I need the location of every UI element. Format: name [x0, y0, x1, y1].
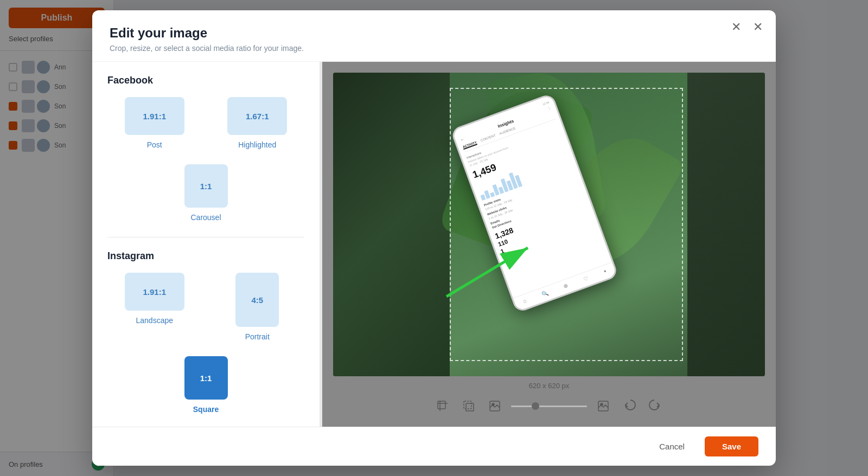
- modal-subtitle: Crop, resize, or select a social media r…: [110, 44, 758, 53]
- preview-left-dark: [333, 73, 454, 376]
- instagram-square-box[interactable]: 1:1: [184, 356, 228, 400]
- instagram-landscape-label: Landscape: [136, 316, 173, 325]
- preview-right-dark: [687, 73, 765, 376]
- facebook-carousel-label: Carousel: [190, 213, 221, 222]
- instagram-portrait-ratio: 4:5: [251, 295, 263, 305]
- facebook-post-label: Post: [147, 140, 162, 149]
- instagram-square-ratio: 1:1: [200, 374, 212, 383]
- facebook-post-item[interactable]: 1.91:1 Post: [107, 97, 202, 149]
- green-arrow-container: [441, 231, 550, 310]
- facebook-carousel-item[interactable]: 1:1 Carousel: [107, 164, 304, 222]
- instagram-landscape-box[interactable]: 1.91:1: [125, 273, 184, 311]
- zoom-slider[interactable]: [511, 406, 587, 407]
- modal-header: Edit your image Crop, resize, or select …: [92, 10, 776, 62]
- image-preview-panel: 12:44 ← Insights ⋮ ACTIVITY CONTENT: [322, 62, 776, 427]
- image-adjust-button[interactable]: [485, 396, 505, 416]
- facebook-post-ratio: 1.91:1: [143, 112, 166, 121]
- section-divider: [107, 237, 304, 237]
- options-panel: Facebook 1.91:1 Post 1.67:1 Hi: [92, 62, 320, 427]
- instagram-portrait-box[interactable]: 4:5: [235, 273, 279, 327]
- preview-canvas: 12:44 ← Insights ⋮ ACTIVITY CONTENT: [333, 73, 765, 376]
- instagram-square-item[interactable]: 1:1 Square: [107, 356, 304, 414]
- instagram-portrait-item[interactable]: 4:5 Portrait: [210, 273, 305, 341]
- modal-footer: Cancel Save: [92, 427, 776, 466]
- svg-rect-2: [438, 401, 445, 409]
- modal-title: Edit your image: [110, 25, 758, 41]
- svg-rect-3: [464, 401, 471, 409]
- crop-tool-button[interactable]: [433, 396, 452, 416]
- modal-body: Facebook 1.91:1 Post 1.67:1 Hi: [92, 62, 776, 427]
- image-toolbar: [433, 396, 665, 416]
- facebook-highlighted-ratio: 1.67:1: [246, 112, 269, 121]
- modal-overlay: Edit your image Crop, resize, or select …: [0, 0, 868, 476]
- save-button[interactable]: Save: [705, 436, 758, 456]
- facebook-carousel-ratio: 1:1: [200, 182, 212, 191]
- instagram-portrait-label: Portrait: [245, 332, 270, 341]
- instagram-landscape-ratio: 1.91:1: [143, 287, 166, 297]
- facebook-section-title: Facebook: [107, 75, 304, 86]
- facebook-highlighted-item[interactable]: 1.67:1 Highlighted: [210, 97, 305, 149]
- rotate-right-button[interactable]: [646, 396, 665, 416]
- instagram-square-label: Square: [193, 405, 219, 414]
- instagram-landscape-item[interactable]: 1.91:1 Landscape: [107, 273, 202, 341]
- svg-line-1: [446, 248, 528, 297]
- image-container: 12:44 ← Insights ⋮ ACTIVITY CONTENT: [333, 73, 765, 376]
- green-arrow-svg: [441, 231, 550, 307]
- instagram-ratio-grid: 1.91:1 Landscape 4:5 Portrait: [107, 273, 304, 341]
- cancel-button[interactable]: Cancel: [646, 436, 698, 457]
- modal-dialog: Edit your image Crop, resize, or select …: [92, 10, 776, 466]
- facebook-highlighted-box[interactable]: 1.67:1: [227, 97, 287, 135]
- modal-close-button-2[interactable]: ✕: [753, 21, 763, 33]
- rotate-left-button[interactable]: [620, 396, 639, 416]
- zoom-out-button[interactable]: [593, 396, 613, 416]
- facebook-post-box[interactable]: 1.91:1: [125, 97, 184, 135]
- facebook-ratio-grid: 1.91:1 Post 1.67:1 Highlighted: [107, 97, 304, 149]
- resize-tool-button[interactable]: [459, 396, 478, 416]
- facebook-carousel-box[interactable]: 1:1: [184, 164, 228, 208]
- modal-close-button-1[interactable]: ✕: [731, 21, 741, 33]
- image-dimensions-label: 620 x 620 px: [529, 382, 569, 390]
- facebook-highlighted-label: Highlighted: [238, 140, 276, 149]
- instagram-section-title: Instagram: [107, 250, 304, 262]
- svg-rect-4: [466, 403, 474, 411]
